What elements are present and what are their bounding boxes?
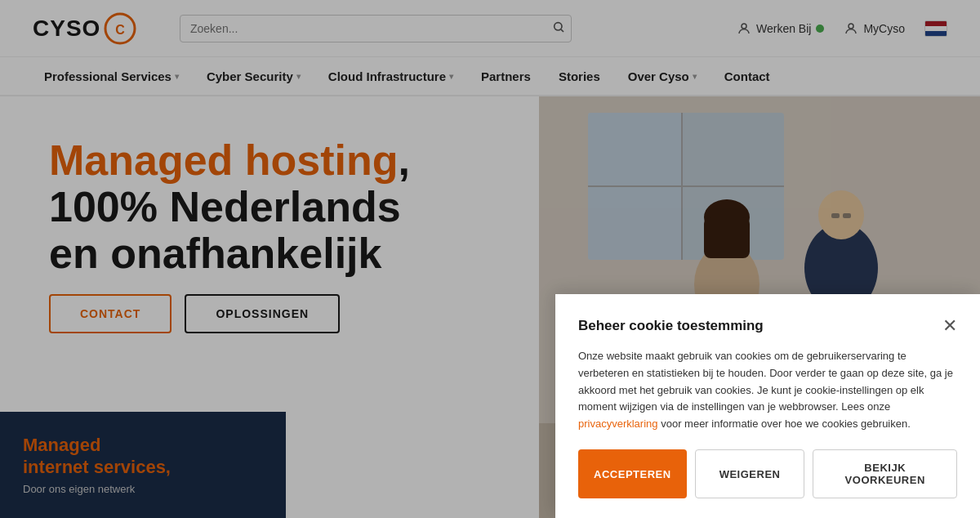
- cookie-body: Onze website maakt gebruik van cookies o…: [578, 348, 957, 433]
- cookie-buttons: ACCEPTEREN WEIGEREN BEKIJK VOORKEUREN: [578, 449, 957, 498]
- accept-button[interactable]: ACCEPTEREN: [578, 449, 687, 498]
- cookie-body-after: voor meer informatie over hoe we cookies…: [661, 418, 911, 430]
- cookie-body-text: Onze website maakt gebruik van cookies o…: [578, 350, 953, 413]
- cookie-modal: Beheer cookie toestemming ✕ Onze website…: [555, 294, 980, 518]
- cookie-overlay: Beheer cookie toestemming ✕ Onze website…: [0, 0, 980, 518]
- bekijk-button[interactable]: BEKIJK VOORKEUREN: [813, 449, 957, 498]
- privacy-link[interactable]: privacyverklaring: [578, 418, 658, 430]
- weigeren-button[interactable]: WEIGEREN: [695, 449, 805, 498]
- cookie-title: Beheer cookie toestemming: [578, 318, 764, 334]
- cookie-header: Beheer cookie toestemming ✕: [578, 317, 957, 335]
- cookie-close-button[interactable]: ✕: [942, 317, 957, 335]
